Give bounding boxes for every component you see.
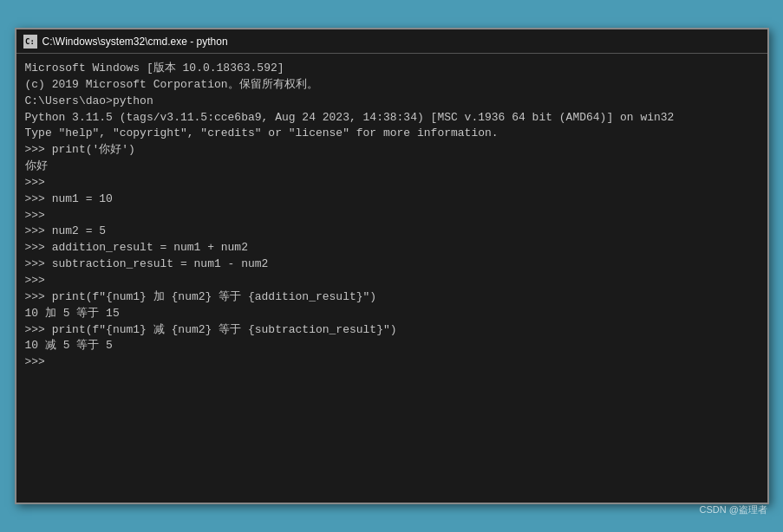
terminal-line: >>> print(f"{num1} 加 {num2} 等于 {addition… [25,289,759,306]
terminal-line: >>> [25,208,759,224]
window-title: C:\Windows\system32\cmd.exe - python [42,36,228,48]
terminal-line: Type "help", "copyright", "credits" or "… [25,126,759,142]
terminal-line: >>> [25,175,759,191]
terminal-body[interactable]: Microsoft Windows [版本 10.0.18363.592](c)… [16,54,767,503]
cmd-window: C: C:\Windows\system32\cmd.exe - python … [15,28,769,504]
terminal-line: >>> subtraction_result = num1 - num2 [25,256,759,273]
terminal-line: >>> num2 = 5 [25,224,759,240]
cmd-icon: C: [23,35,37,49]
terminal-line: 你好 [25,159,759,175]
terminal-line: C:\Users\dao>python [25,94,759,110]
title-bar: C: C:\Windows\system32\cmd.exe - python [16,29,767,54]
terminal-line: 10 减 5 等于 5 [25,338,759,354]
terminal-line: Python 3.11.5 (tags/v3.11.5:cce6ba9, Aug… [25,110,759,127]
watermark: CSDN @盗理者 [700,503,767,516]
terminal-line: >>> [25,354,759,371]
terminal-line: >>> addition_result = num1 + num2 [25,240,759,256]
terminal-line: 10 加 5 等于 15 [25,306,759,322]
terminal-line: (c) 2019 Microsoft Corporation。保留所有权利。 [25,77,759,94]
terminal-line: >>> num1 = 10 [25,191,759,208]
terminal-line: Microsoft Windows [版本 10.0.18363.592] [25,61,759,77]
terminal-line: >>> print('你好') [25,142,759,159]
terminal-line: >>> [25,273,759,289]
terminal-line: >>> print(f"{num1} 减 {num2} 等于 {subtract… [25,322,759,339]
